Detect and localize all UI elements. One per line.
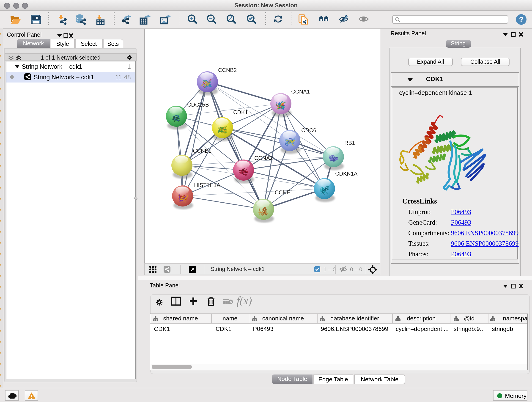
svg-text:CCNB2: CCNB2 xyxy=(218,67,237,73)
svg-text:RB1: RB1 xyxy=(344,140,355,146)
svg-text:HIST1H1A: HIST1H1A xyxy=(194,182,220,188)
svg-text:CDKN1A: CDKN1A xyxy=(335,170,357,177)
svg-text:CDC25B: CDC25B xyxy=(187,101,209,108)
svg-text:CDK1: CDK1 xyxy=(233,109,248,115)
svg-text:CDC6: CDC6 xyxy=(301,127,316,133)
svg-text:CCNA2: CCNA2 xyxy=(254,155,273,161)
svg-text:CCNE1: CCNE1 xyxy=(275,189,293,195)
svg-text:CCNA1: CCNA1 xyxy=(291,88,310,95)
svg-text:CCNB1: CCNB1 xyxy=(193,147,211,153)
svg-text:?: ? xyxy=(519,15,524,24)
